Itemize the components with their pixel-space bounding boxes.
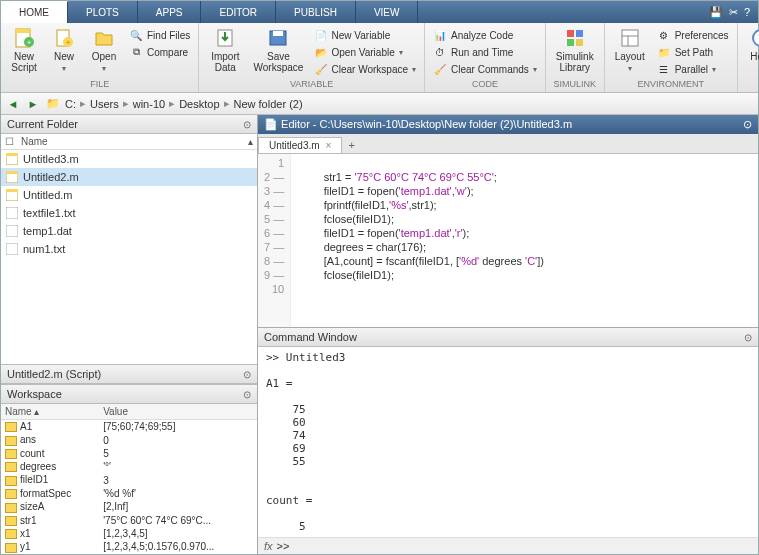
compare-button[interactable]: ⧉Compare (125, 44, 194, 60)
import-data-button[interactable]: Import Data (203, 25, 247, 75)
breadcrumb-2[interactable]: win-10 (133, 98, 165, 110)
collapse-ws-icon[interactable]: ⊙ (243, 389, 251, 400)
file-icon (5, 188, 19, 202)
svg-rect-9 (273, 31, 283, 36)
new-icon: + (53, 27, 75, 49)
cut-icon[interactable]: ✂ (729, 6, 738, 19)
expand-icon[interactable]: ⊙ (243, 369, 251, 380)
workspace-row[interactable]: A1[75;60;74;69;55] (1, 420, 257, 434)
workspace-row[interactable]: ans0 (1, 433, 257, 446)
analyze-code-button[interactable]: 📊Analyze Code (429, 27, 541, 43)
help-icon[interactable]: ? (744, 6, 750, 18)
svg-rect-27 (6, 243, 18, 255)
variable-icon (5, 489, 17, 499)
parallel-button[interactable]: ☰Parallel (653, 61, 733, 77)
variable-icon (5, 449, 17, 459)
save-icon[interactable]: 💾 (709, 6, 723, 19)
file-name: Untitled3.m (23, 153, 79, 165)
variable-icon (5, 516, 17, 526)
find-files-button[interactable]: 🔍Find Files (125, 27, 194, 43)
forward-button[interactable]: ► (25, 96, 41, 112)
tab-publish[interactable]: PUBLISH (276, 1, 356, 23)
tab-plots[interactable]: PLOTS (68, 1, 138, 23)
file-icon (5, 170, 19, 184)
clear-workspace-button[interactable]: 🧹Clear Workspace (310, 61, 421, 77)
file-tab-active[interactable]: Untitled3.m × (258, 137, 342, 153)
ws-col-name[interactable]: Name ▴ (1, 404, 99, 420)
workspace-row[interactable]: sizeA[2,Inf] (1, 500, 257, 513)
group-label-file: FILE (5, 78, 194, 90)
new-script-button[interactable]: + New Script (5, 25, 43, 75)
clear-ws-icon: 🧹 (314, 62, 328, 76)
breadcrumb-0[interactable]: C: (65, 98, 76, 110)
command-window-header: Command Window ⊙ (258, 328, 758, 347)
editor-doc-icon: 📄 (264, 118, 278, 130)
breadcrumb-4[interactable]: New folder (2) (234, 98, 303, 110)
group-label-code: CODE (429, 78, 541, 90)
workspace-row[interactable]: y1[1,2,3,4,5;0.1576,0.970... (1, 540, 257, 553)
compare-icon: ⧉ (129, 45, 143, 59)
new-button[interactable]: + New (45, 25, 83, 75)
run-time-button[interactable]: ⏱Run and Time (429, 44, 541, 60)
name-column[interactable]: Name (21, 136, 48, 147)
svg-rect-24 (6, 189, 18, 192)
breadcrumb-1[interactable]: Users (90, 98, 119, 110)
open-var-icon: 📂 (314, 45, 328, 59)
svg-text:+: + (66, 38, 71, 47)
up-folder-button[interactable]: 📁 (45, 96, 61, 112)
help-button[interactable]: ? Help (742, 25, 759, 75)
editor-menu-icon[interactable]: ⊙ (743, 118, 752, 131)
workspace-row[interactable]: formatSpec'%d %f' (1, 487, 257, 500)
tab-editor[interactable]: EDITOR (201, 1, 276, 23)
ws-col-value[interactable]: Value (99, 404, 257, 420)
add-tab-button[interactable]: + (342, 137, 360, 153)
variable-icon (5, 422, 17, 432)
workspace-row[interactable]: x1[1,2,3,4,5] (1, 527, 257, 540)
file-name: textfile1.txt (23, 207, 76, 219)
workspace-header: Workspace ⊙ (1, 385, 257, 404)
save-workspace-button[interactable]: Save Workspace (249, 25, 307, 75)
workspace-row[interactable]: count5 (1, 447, 257, 460)
new-variable-button[interactable]: 📄New Variable (310, 27, 421, 43)
workspace-row[interactable]: degrees'°' (1, 460, 257, 473)
file-name: Untitled2.m (23, 171, 79, 183)
simulink-icon (564, 27, 586, 49)
open-variable-button[interactable]: 📂Open Variable (310, 44, 421, 60)
workspace-row[interactable]: fileID13 (1, 473, 257, 486)
fx-icon[interactable]: fx (264, 540, 273, 552)
close-icon[interactable]: × (326, 140, 332, 151)
tab-home[interactable]: HOME (1, 1, 68, 23)
tab-apps[interactable]: APPS (138, 1, 202, 23)
svg-rect-12 (567, 39, 574, 46)
collapse-icon[interactable]: ⊙ (243, 119, 251, 130)
command-prompt[interactable]: fx >> (258, 537, 758, 554)
workspace-row[interactable]: str1'75°C 60°C 74°C 69°C... (1, 514, 257, 527)
preferences-button[interactable]: ⚙Preferences (653, 27, 733, 43)
file-row[interactable]: temp1.dat (1, 222, 257, 240)
set-path-button[interactable]: 📁Set Path (653, 44, 733, 60)
clear-commands-button[interactable]: 🧹Clear Commands (429, 61, 541, 77)
layout-button[interactable]: Layout (609, 25, 651, 75)
back-button[interactable]: ◄ (5, 96, 21, 112)
code-editor[interactable]: 12 —3 —4 —5 —6 —7 —8 —9 —10 str1 = '75°C… (258, 154, 758, 327)
tab-view[interactable]: VIEW (356, 1, 419, 23)
svg-text:+: + (27, 38, 32, 47)
variable-icon (5, 462, 17, 472)
path-icon: 📁 (657, 45, 671, 59)
file-row[interactable]: Untitled.m (1, 186, 257, 204)
file-row[interactable]: textfile1.txt (1, 204, 257, 222)
group-label-res: RESOURCES (742, 78, 759, 90)
file-row[interactable]: Untitled2.m (1, 168, 257, 186)
svg-rect-22 (6, 171, 18, 174)
file-list: ☐Name▴ Untitled3.mUntitled2.mUntitled.mt… (1, 134, 257, 364)
cmd-collapse-icon[interactable]: ⊙ (744, 332, 752, 343)
parallel-icon: ☰ (657, 62, 671, 76)
open-folder-icon (93, 27, 115, 49)
svg-rect-25 (6, 207, 18, 219)
file-row[interactable]: num1.txt (1, 240, 257, 258)
breadcrumb-3[interactable]: Desktop (179, 98, 219, 110)
open-button[interactable]: Open (85, 25, 123, 75)
file-row[interactable]: Untitled3.m (1, 150, 257, 168)
new-script-icon: + (13, 27, 35, 49)
simulink-library-button[interactable]: Simulink Library (550, 25, 600, 75)
